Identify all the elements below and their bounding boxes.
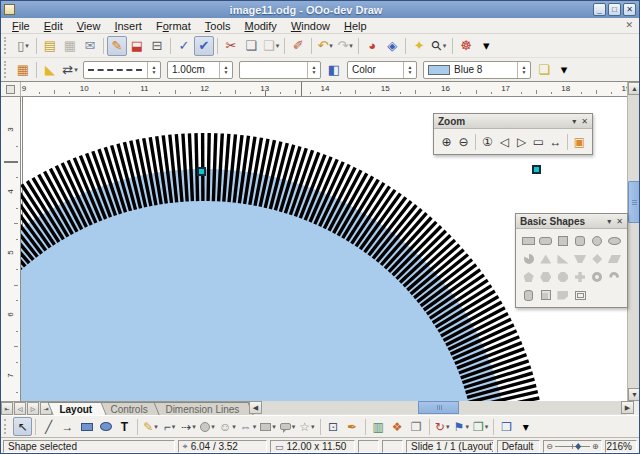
zoom-in-icon[interactable]: ⊕ (592, 442, 599, 451)
rounded-rectangle-shape-button[interactable] (538, 233, 553, 249)
insert-ole-object-button[interactable]: ❐ (407, 417, 426, 436)
ruler-origin-button[interactable] (1, 82, 21, 97)
zoom-out-icon[interactable]: ⊖ (546, 442, 553, 451)
scroll-left-icon[interactable]: ◀ (249, 401, 262, 414)
format-paintbrush-button[interactable]: ✐ (288, 36, 308, 56)
tab-dimension-lines[interactable]: Dimension Lines (153, 402, 253, 415)
select-button[interactable]: ↖ (13, 417, 32, 436)
extrusion-toggle-button[interactable]: ❒ (497, 417, 516, 436)
alignment-button[interactable]: ⚑▾ (452, 417, 471, 436)
zoom-page-width-button[interactable]: ↔ (547, 132, 564, 151)
vertical-scrollbar-thumb[interactable] (628, 181, 640, 223)
line-width-input[interactable]: 1.00cm▲▼ (167, 61, 233, 79)
arrow-style-button[interactable]: ⇄▾ (60, 60, 80, 80)
zoom-100-button[interactable]: ① (479, 132, 496, 151)
octagon-shape-button[interactable] (555, 269, 570, 285)
zoom-next-button[interactable]: ▷ (513, 132, 530, 151)
square-shape-button[interactable] (555, 233, 570, 249)
line-button[interactable]: ╱ (39, 417, 58, 436)
auto-spellcheck-button[interactable]: ✔ (194, 36, 214, 56)
document-as-email-button[interactable]: ✉ (80, 36, 100, 56)
undo-button[interactable]: ↶▾ (315, 36, 335, 56)
close-document-icon[interactable]: ✕ (625, 20, 633, 30)
styles-window-button[interactable]: ▦ (13, 60, 33, 80)
hexagon-shape-button[interactable] (538, 269, 553, 285)
frame-shape-button[interactable] (573, 287, 588, 303)
menu-format[interactable]: Format (149, 19, 198, 33)
circle-shape-button[interactable] (590, 233, 605, 249)
print-button[interactable]: ⊟ (147, 36, 167, 56)
object-size-cell[interactable]: ▭ 12.00 x 11.50 (270, 440, 355, 453)
scroll-right-icon[interactable]: ▶ (621, 401, 634, 414)
page-style[interactable]: Default (497, 440, 541, 453)
zoom-slider[interactable]: ⊖ ⊕ (543, 440, 601, 453)
insert-picture-button[interactable]: ▥ (369, 417, 388, 436)
export-pdf-button[interactable]: ⬓ (127, 36, 147, 56)
palette-close-icon[interactable]: ✕ (581, 117, 588, 126)
basic-shapes-palette-titlebar[interactable]: Basic Shapes ▾ ✕ (516, 214, 627, 229)
shadow-button[interactable]: ❏ (534, 60, 554, 80)
text-button[interactable]: T (115, 417, 134, 436)
display-grid-button[interactable]: ✦ (409, 36, 429, 56)
menu-window[interactable]: Window (284, 19, 337, 33)
callouts-button[interactable]: ▾ (278, 417, 298, 436)
area-fill-color-select[interactable]: Blue 8▲▼ (423, 61, 531, 79)
line-style-select[interactable]: ▲▼ (83, 61, 161, 79)
folded-corner-shape-button[interactable] (555, 287, 570, 303)
minimize-button[interactable]: _ (593, 3, 606, 16)
rectangle-shape-button[interactable] (521, 233, 536, 249)
zoom-slider-thumb[interactable] (575, 443, 581, 450)
arrange-button[interactable]: ❐▾ (471, 417, 490, 436)
zoom-level[interactable]: 216% (605, 440, 637, 453)
toolbar-grip[interactable] (4, 61, 9, 77)
menu-view[interactable]: View (70, 19, 108, 33)
maximize-button[interactable]: □ (608, 3, 621, 16)
parallelogram-shape-button[interactable] (607, 251, 622, 267)
titlebar[interactable]: image11.odg - OOo-dev Draw _ □ ✕ (1, 1, 639, 18)
zoom-entire-page-button[interactable]: ▭ (530, 132, 547, 151)
stars-button[interactable]: ☆▾ (297, 417, 316, 436)
object-zoom-button[interactable]: ▣ (571, 132, 588, 151)
horizontal-ruler[interactable]: 910111213141516171819 (21, 82, 627, 97)
selection-handle[interactable] (533, 166, 540, 173)
connector-button[interactable]: ⌐▾ (160, 417, 179, 436)
spellcheck-button[interactable]: ✓ (174, 36, 194, 56)
copy-button[interactable]: ❏ (241, 36, 261, 56)
spinner-icon[interactable]: ▲▼ (147, 62, 160, 78)
chart-button[interactable]: ◕ (362, 36, 382, 56)
toolbar-options[interactable]: ▾ (554, 60, 574, 80)
arrow-button[interactable]: → (58, 417, 77, 436)
palette-close-icon[interactable]: ✕ (616, 217, 623, 226)
curve-button[interactable]: ✎▾ (141, 417, 160, 436)
spinner-icon[interactable]: ▲▼ (403, 62, 416, 78)
close-button[interactable]: ✕ (623, 3, 636, 16)
block-arc-shape-button[interactable] (607, 269, 622, 285)
rectangle-button[interactable] (77, 417, 96, 436)
horizontal-scrollbar[interactable]: ◀ ▶ (249, 401, 634, 414)
toolbar-grip[interactable] (4, 37, 9, 53)
fontwork-gallery-button[interactable]: ✒ (343, 417, 362, 436)
navigator-button[interactable]: ◈ (382, 36, 402, 56)
menu-tools[interactable]: Tools (198, 19, 238, 33)
tab-layout[interactable]: Layout (47, 402, 106, 415)
diamond-shape-button[interactable] (590, 251, 605, 267)
menu-help[interactable]: Help (337, 19, 374, 33)
menu-file[interactable]: File (5, 19, 37, 33)
line-color-select[interactable]: ▲▼ (239, 61, 321, 79)
line-dialog-button[interactable]: ◣ (40, 60, 60, 80)
vertical-ruler[interactable]: 34567 (1, 97, 21, 401)
basic-shapes-button[interactable]: ▾ (198, 417, 217, 436)
zoom-out-button[interactable]: ⊖ (455, 132, 472, 151)
rotate-button[interactable]: ↻▾ (433, 417, 452, 436)
first-page-button[interactable]: ⇤ (1, 402, 13, 415)
zoom-previous-button[interactable]: ◁ (496, 132, 513, 151)
cut-button[interactable]: ✂ (221, 36, 241, 56)
zoom-slider-track[interactable] (555, 446, 590, 447)
spinner-icon[interactable]: ▲▼ (219, 62, 232, 78)
selection-handle[interactable] (198, 168, 205, 175)
toolbar-options[interactable]: ▾ (476, 36, 496, 56)
trapezoid-shape-button[interactable] (573, 251, 588, 267)
cylinder-shape-button[interactable] (521, 287, 536, 303)
edit-points-button[interactable]: ⊡ (324, 417, 343, 436)
zoom-button[interactable]: ⚲▾ (429, 36, 449, 56)
